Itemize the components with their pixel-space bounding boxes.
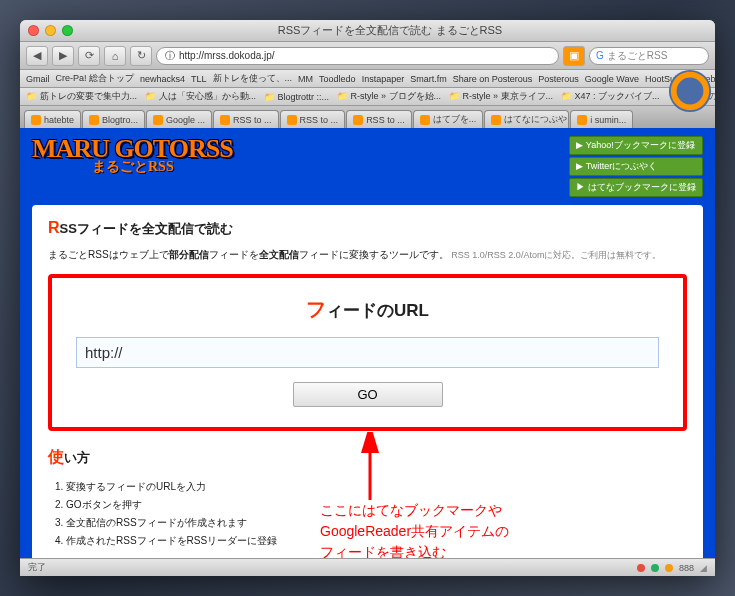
bookmark-bar-1: GmailCre-Pa! 総合トップnewhacks4TLL新トレを使って、..… [20,70,715,88]
bookmark-item[interactable]: Smart.fm [410,74,447,84]
bookmark-item[interactable]: 📁 筋トレの変要で集中力... [26,90,137,103]
browser-tab[interactable]: RSS to ... [280,110,346,128]
home-button[interactable]: ⌂ [104,46,126,66]
bookmark-item[interactable]: newhacks4 [140,74,185,84]
status-indicator-icon [637,564,645,572]
description-text: まるごとRSSはウェブ上で部分配信フィードを全文配信フィードに変換するツールです… [48,248,687,262]
firefox-logo-icon [667,68,713,114]
browser-tab[interactable]: RSS to ... [346,110,412,128]
reload-button[interactable]: ⟳ [78,46,100,66]
site-logo: MARU GOTORSS まるごとRSS [32,136,233,174]
search-bar[interactable]: GまるごとRSS [589,47,709,65]
resize-grip-icon[interactable]: ◢ [700,563,707,573]
status-count: 888 [679,563,694,573]
address-bar[interactable]: ⓘhttp://mrss.dokoda.jp/ [156,47,559,65]
browser-tab[interactable]: Google ... [146,110,212,128]
status-text: 完了 [28,561,46,574]
go-button[interactable]: GO [293,382,443,407]
bookmark-item[interactable]: Posterous [538,74,579,84]
bookmark-item[interactable]: TLL [191,74,207,84]
annotation-text: ここにはてなブックマークやGoogleReader共有アイテムのフィードを書き込… [320,500,600,558]
usage-step: 変換するフィードのURLを入力 [66,478,687,496]
browser-tab[interactable]: i sumin... [570,110,633,128]
page-content: MARU GOTORSS まるごとRSS ▶ Yahoo!ブックマークに登録▶ … [20,128,715,558]
browser-tab[interactable]: hatebte [24,110,81,128]
browser-tab[interactable]: RSS to ... [213,110,279,128]
window-title: RSSフィードを全文配信で読む まるごとRSS [73,23,707,38]
feed-url-label: フィードのURL [76,296,659,323]
bookmark-item[interactable]: Share on Posterous [453,74,533,84]
browser-tab[interactable]: Blogtro... [82,110,145,128]
browser-tab[interactable]: はてなにつぶやく [484,110,569,128]
feed-button[interactable]: ▣ [563,46,585,66]
feed-url-input[interactable] [76,337,659,368]
browser-tab[interactable]: はてブを... [413,110,484,128]
bookmark-item[interactable]: 新トレを使って、... [213,72,293,85]
feed-url-form: フィードのURL GO [48,274,687,431]
heading-main: RSSフィードを全文配信で読む [48,219,687,238]
history-button[interactable]: ↻ [130,46,152,66]
share-button[interactable]: ▶ Twitterにつぶやく [569,157,703,176]
bookmark-item[interactable]: Cre-Pa! 総合トップ [56,72,135,85]
bookmark-item[interactable]: 📁 Blogtrottr ::... [264,92,329,102]
status-indicator-icon [665,564,673,572]
heading-usage: 使い方 [48,447,687,468]
status-bar: 完了 888 ◢ [20,558,715,576]
close-window-button[interactable] [28,25,39,36]
bookmark-item[interactable]: 📁 R-style » 東京ライフ... [449,90,553,103]
tab-bar: hatebteBlogtro...Google ...RSS to ...RSS… [20,106,715,128]
share-button[interactable]: ▶ Yahoo!ブックマークに登録 [569,136,703,155]
svg-point-1 [677,78,704,105]
browser-toolbar: ◀ ▶ ⟳ ⌂ ↻ ⓘhttp://mrss.dokoda.jp/ ▣ Gまるご… [20,42,715,70]
back-button[interactable]: ◀ [26,46,48,66]
share-button[interactable]: ▶ はてなブックマークに登録 [569,178,703,197]
bookmark-bar-2: 📁 筋トレの変要で集中力...📁 人は「安心感」から動...📁 Blogtrot… [20,88,715,106]
minimize-window-button[interactable] [45,25,56,36]
bookmark-item[interactable]: Toodledo [319,74,356,84]
bookmark-item[interactable]: 📁 X47 : ブックバイブ... [561,90,660,103]
bookmark-item[interactable]: MM [298,74,313,84]
bookmark-item[interactable]: Gmail [26,74,50,84]
forward-button[interactable]: ▶ [52,46,74,66]
bookmark-item[interactable]: Instapaper [362,74,405,84]
zoom-window-button[interactable] [62,25,73,36]
status-indicator-icon [651,564,659,572]
titlebar: RSSフィードを全文配信で読む まるごとRSS [20,20,715,42]
bookmark-item[interactable]: Google Wave [585,74,639,84]
bookmark-item[interactable]: 📁 人は「安心感」から動... [145,90,256,103]
bookmark-item[interactable]: 📁 R-style » ブログを始... [337,90,441,103]
